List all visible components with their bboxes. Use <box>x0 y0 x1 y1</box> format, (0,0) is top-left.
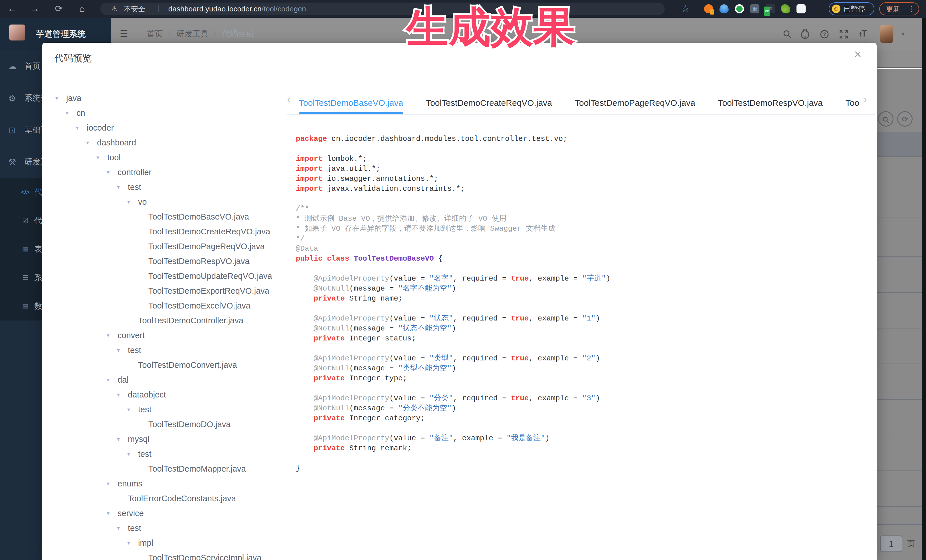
tab-ToolTestDemoCreateReqVO.java[interactable]: ToolTestDemoCreateReqVO.java <box>426 93 552 114</box>
code-viewer: package cn.iocoder.dashboard.modules.too… <box>296 134 610 473</box>
bookmark-star-icon[interactable]: ☆ <box>681 0 690 18</box>
tree-node-dir[interactable]: ▾dal <box>54 372 285 387</box>
code-token: true <box>511 354 529 363</box>
code-token <box>296 404 313 413</box>
chevron-down-icon[interactable]: ▾ <box>902 18 905 50</box>
tree-node-file[interactable]: ToolErrorCodeConstants.java <box>54 491 285 506</box>
tabs-prev-icon[interactable]: ‹ <box>287 94 290 105</box>
code-token: "状态不能为空" <box>398 324 452 333</box>
code-token: @NotNull <box>313 404 349 413</box>
sidebar-subitem-label: 数 <box>34 301 42 312</box>
tree-node-file[interactable]: ToolTestDemoController.java <box>54 313 285 328</box>
code-token: , required = <box>453 314 511 323</box>
extension-orange-icon[interactable] <box>704 4 713 14</box>
code-token: javax.validation.constraints.*; <box>323 184 465 193</box>
tree-node-file[interactable]: ToolTestDemoCreateReqVO.java <box>54 224 285 239</box>
tree-node-file[interactable]: ToolTestDemoPageReqVO.java <box>54 239 285 254</box>
extension-tabs-icon[interactable]: ≣ <box>766 4 775 14</box>
tree-node-dir[interactable]: ▾controller <box>54 165 285 180</box>
tabs-next-icon[interactable]: › <box>864 94 867 105</box>
tree-node-dir[interactable]: ▾service <box>54 506 285 521</box>
tree-node-dir[interactable]: ▾java <box>54 91 285 106</box>
code-token: */ <box>296 234 305 243</box>
tree-node-dir[interactable]: ▾test <box>54 343 285 358</box>
code-token: @NotNull <box>313 364 349 373</box>
breadcrumb-item[interactable]: 首页 <box>147 29 163 39</box>
tree-node-dir[interactable]: ▾test <box>54 521 285 536</box>
tree-node-file[interactable]: ToolTestDemoBaseVO.java <box>54 209 285 224</box>
code-line: @NotNull(message = "分类不能为空") <box>296 403 610 414</box>
url-host: dashboard.yudao.iocoder.cn <box>168 5 262 13</box>
back-icon[interactable]: ← <box>6 0 18 18</box>
tree-node-file[interactable]: ToolTestDemoDO.java <box>54 417 285 432</box>
close-icon[interactable]: × <box>854 48 861 60</box>
tree-node-file[interactable]: ToolTestDemoExportReqVO.java <box>54 284 285 298</box>
breadcrumb-item[interactable]: 研发工具 <box>177 29 209 39</box>
extension-drop-icon[interactable] <box>719 4 729 14</box>
home-icon[interactable]: ⌂ <box>76 0 88 18</box>
tree-node-label: ToolTestDemoExcelVO.java <box>148 301 250 311</box>
tree-node-dir[interactable]: ▾enums <box>54 476 285 491</box>
tree-node-dir[interactable]: ▾test <box>54 447 285 461</box>
extension-leaf-icon[interactable] <box>781 4 790 14</box>
tab-ToolTestDemoPageReqVO.java[interactable]: ToolTestDemoPageReqVO.java <box>575 93 695 114</box>
reload-icon[interactable]: ⟳ <box>53 0 65 18</box>
caret-down-icon: ▾ <box>115 436 128 442</box>
code-token: true <box>511 394 529 403</box>
table-icon: ▦ <box>20 245 31 253</box>
code-token: ) <box>545 434 550 442</box>
url-text: dashboard.yudao.iocoder.cn/tool/codegen <box>168 3 306 15</box>
extension-row: ▦≣ <box>704 4 806 14</box>
tree-node-label: ToolTestDemoServiceImpl.java <box>148 553 261 560</box>
tab-ToolTestDemoBaseVO.java[interactable]: ToolTestDemoBaseVO.java <box>299 93 403 114</box>
code-token: String name; <box>345 294 403 303</box>
tree-node-dir[interactable]: ▾convert <box>54 328 285 343</box>
code-token: , example = <box>529 314 582 323</box>
code-line: private Integer status; <box>296 334 610 344</box>
tree-node-file[interactable]: ToolTestDemoUpdateReqVO.java <box>54 269 285 284</box>
tree-node-dir[interactable]: ▾cn <box>54 106 285 120</box>
tree-node-dir[interactable]: ▾tool <box>54 150 285 165</box>
caret-down-icon: ▾ <box>64 110 76 116</box>
tree-node-dir[interactable]: ▾impl <box>54 536 285 550</box>
tree-node-dir[interactable]: ▾test <box>54 180 285 195</box>
extension-grid-icon[interactable]: ▦ <box>750 4 760 14</box>
browser-update-button[interactable]: 更新 ⋮ <box>879 2 919 15</box>
caret-down-icon: ▾ <box>115 184 128 190</box>
pagination-input[interactable]: 1 <box>880 536 902 552</box>
tree-node-file[interactable]: ToolTestDemoConvert.java <box>54 358 285 372</box>
breadcrumb-item[interactable]: 代码生成 <box>222 29 254 39</box>
tab-ToolTestDemoRespVO.java[interactable]: ToolTestDemoRespVO.java <box>718 93 823 114</box>
code-token: (value = <box>389 354 429 363</box>
profile-paused-chip[interactable]: ☺ 已暂停 <box>829 2 875 15</box>
caret-down-icon: ▾ <box>95 154 107 161</box>
tabs-border <box>287 114 875 115</box>
tree-node-file[interactable]: ToolTestDemoServiceImpl.java <box>54 550 285 560</box>
extension-green-icon[interactable] <box>735 4 744 14</box>
avatar[interactable] <box>881 25 893 43</box>
tree-node-dir[interactable]: ▾mysql <box>54 432 285 447</box>
code-token: , example = <box>529 274 582 283</box>
extension-puzzle-icon[interactable] <box>796 4 806 14</box>
code-token: ) <box>596 314 600 323</box>
sidebar-item-label: 首页 <box>24 61 41 72</box>
tree-node-file[interactable]: ToolTestDemoMapper.java <box>54 461 285 476</box>
code-line: public class ToolTestDemoBaseVO { <box>296 254 610 264</box>
code-token: Integer type; <box>345 374 407 383</box>
gear-icon: ⚙ <box>8 93 17 103</box>
tree-node-file[interactable]: ToolTestDemoRespVO.java <box>54 254 285 269</box>
code-line: @ApiModelProperty(value = "分类", required… <box>296 394 610 403</box>
url-path: /tool/codegen <box>262 5 306 13</box>
tree-node-dir[interactable]: ▾iocoder <box>54 120 285 135</box>
forward-icon[interactable]: → <box>29 0 41 18</box>
tree-node-dir[interactable]: ▾test <box>54 402 285 417</box>
table-refresh-button[interactable]: ⟳ <box>897 111 912 127</box>
table-search-button[interactable] <box>878 111 893 127</box>
code-token <box>296 284 313 293</box>
tree-node-dir[interactable]: ▾dataobject <box>54 387 285 402</box>
tree-node-dir[interactable]: ▾vo <box>54 195 285 209</box>
kebab-menu-icon[interactable]: ⋮ <box>908 3 915 15</box>
tree-node-file[interactable]: ToolTestDemoExcelVO.java <box>54 298 285 313</box>
tab-ToolTe[interactable]: ToolTe <box>846 93 859 114</box>
tree-node-dir[interactable]: ▾dashboard <box>54 135 285 150</box>
